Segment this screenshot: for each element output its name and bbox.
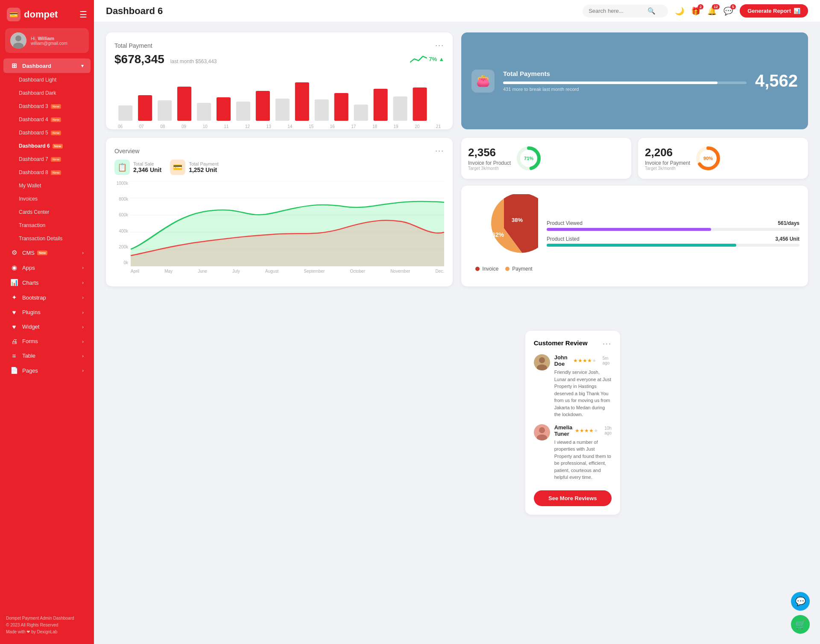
sidebar-item-dashboard-4[interactable]: Dashboard 4 New: [12, 113, 91, 126]
review-item-2: Amelia Tuner ★★★★★ 10h ago I viewed a nu…: [534, 424, 612, 481]
product-listed-row: Product Listed 3,456 Unit: [547, 236, 800, 242]
charts-icon: 📊: [10, 279, 18, 286]
svg-text:62%: 62%: [492, 231, 504, 238]
sidebar-item-cms[interactable]: ⚙ CMS New ›: [3, 245, 91, 260]
sidebar-item-label: Dashboard 7: [19, 156, 48, 162]
search-input[interactable]: [589, 8, 644, 14]
customer-review-card: Customer Review ··· John Doe ★★★★★ 5: [525, 331, 620, 515]
sidebar-item-dashboard-7[interactable]: Dashboard 7 New: [12, 153, 91, 166]
bell-badge: 12: [712, 4, 720, 9]
user-greeting: Hi, William: [31, 36, 67, 41]
invoice-product-value: 2,356: [468, 146, 511, 159]
bar-chart-svg: [114, 70, 444, 121]
content-grid: Total Payment ··· $678,345 last month $5…: [94, 22, 820, 314]
sidebar-item-transaction-details[interactable]: Transaction Details: [12, 232, 91, 245]
user-card[interactable]: Hi, William william@gmail.com: [5, 28, 89, 53]
review-text-2: I viewed a number of properties with Jus…: [554, 439, 612, 481]
footer-copy: © 2023 All Rights Reserved: [6, 622, 88, 629]
svg-point-1: [15, 35, 21, 41]
see-more-button[interactable]: See More Reviews: [534, 490, 612, 506]
chevron-down-icon: ▾: [81, 63, 84, 69]
sidebar-item-charts[interactable]: 📊 Charts ›: [3, 275, 91, 290]
trend-line-icon: [410, 55, 427, 63]
new-badge: New: [51, 117, 61, 122]
sidebar-item-label: Apps: [22, 265, 35, 271]
review-header: Customer Review ···: [534, 339, 612, 348]
cart-float-button[interactable]: 🛒: [791, 615, 810, 634]
svg-rect-4: [138, 95, 152, 121]
reviewer-stars-2: ★★★★★: [575, 428, 598, 434]
sidebar-item-forms[interactable]: 🖨 Forms ›: [3, 334, 91, 348]
chevron-right-icon: ›: [82, 250, 84, 255]
sidebar-item-bootstrap[interactable]: ✦ Bootstrap ›: [3, 290, 91, 305]
sidebar-item-transaction[interactable]: Transaction: [12, 219, 91, 232]
support-float-button[interactable]: 💬: [791, 592, 810, 611]
banner-sub: 431 more to break last month record: [503, 87, 747, 92]
pie-chart-svg: 62% 38%: [470, 194, 538, 262]
pie-chart-wrap: 62% 38% Invoice Payment: [470, 194, 538, 278]
sidebar-item-label: Table: [22, 353, 35, 359]
dashboard-icon: ⊞: [10, 62, 18, 70]
total-amount: $678,345: [114, 52, 164, 66]
overview-more-button[interactable]: ···: [435, 146, 444, 155]
dark-mode-button[interactable]: 🌙: [675, 6, 684, 16]
pie-legend: Invoice Payment: [470, 266, 538, 272]
overview-legend: 📋 Total Sale 2,346 Unit 💳 Total Payment …: [114, 160, 444, 175]
sidebar-item-dashboard-dark[interactable]: Dashboard Dark: [12, 87, 91, 99]
payment-legend: Payment: [505, 266, 532, 272]
sidebar-item-label: Plugins: [22, 309, 41, 315]
sidebar-item-table[interactable]: ≡ Table ›: [3, 349, 91, 363]
sidebar-header: 💳 dompet ☰: [0, 0, 94, 26]
sidebar-item-cards-center[interactable]: Cards Center: [12, 206, 91, 219]
sidebar-item-plugins[interactable]: ♥ Plugins ›: [3, 305, 91, 319]
floating-buttons: 💬 🛒: [791, 592, 810, 634]
chevron-right-icon: ›: [82, 295, 84, 300]
invoice-product-inner: 2,356 Invoice for Product Target 3k/mont…: [468, 146, 624, 171]
banner-number: 4,562: [755, 71, 798, 90]
bar-chart: 060708091011 121314151617 18192021: [114, 70, 444, 121]
sidebar-footer: Dompet Payment Admin Dashboard © 2023 Al…: [0, 611, 94, 637]
sidebar-item-dashboard-8[interactable]: Dashboard 8 New: [12, 166, 91, 179]
hamburger-button[interactable]: ☰: [79, 9, 87, 20]
svg-rect-11: [275, 99, 290, 121]
review-more-button[interactable]: ···: [603, 339, 612, 348]
amount-row: $678,345 last month $563,443 7% ▲: [114, 52, 444, 66]
chat-icon-button[interactable]: 💬 5: [723, 6, 733, 16]
gift-icon-button[interactable]: 🎁 2: [691, 6, 700, 16]
donut-percent: 90%: [703, 156, 713, 161]
table-icon: ≡: [10, 352, 18, 359]
sidebar-item-dashboard-3[interactable]: Dashboard 3 New: [12, 100, 91, 113]
gift-badge: 2: [698, 4, 703, 9]
svg-rect-3: [118, 105, 132, 121]
sidebar-item-pages[interactable]: 📄 Pages ›: [3, 363, 91, 378]
svg-rect-17: [393, 96, 407, 121]
sidebar-item-dashboard[interactable]: ⊞ Dashboard ▾: [3, 58, 91, 73]
pie-product-card: 62% 38% Invoice Payment: [461, 186, 808, 286]
sidebar-item-dashboard-light[interactable]: Dashboard Light: [12, 73, 91, 86]
sidebar-item-dashboard-6[interactable]: Dashboard 6 New: [12, 140, 91, 152]
sidebar-item-dashboard-5[interactable]: Dashboard 5 New: [12, 126, 91, 139]
sidebar-item-label: Cards Center: [19, 209, 49, 215]
sidebar-item-invoices[interactable]: Invoices: [12, 192, 91, 205]
total-payment-label: Total Payment: [114, 42, 152, 49]
sidebar-item-widget[interactable]: ♥ Widget ›: [3, 320, 91, 334]
sidebar-item-label: My Wallet: [19, 183, 41, 189]
bell-icon-button[interactable]: 🔔 12: [707, 6, 717, 16]
review-item-1: John Doe ★★★★★ 5m ago Friendly service J…: [534, 354, 612, 418]
sale-info: Total Sale 2,346 Unit: [133, 161, 161, 173]
sidebar-item-label: Dashboard: [22, 63, 51, 69]
dashboard-submenu: Dashboard Light Dashboard Dark Dashboard…: [0, 73, 94, 245]
svg-rect-5: [158, 100, 172, 121]
review-time-1: 5m ago: [603, 356, 612, 365]
more-options-button[interactable]: ···: [435, 41, 444, 50]
sidebar-item-label: Dashboard 8: [19, 169, 48, 175]
legend-total-sale: 📋 Total Sale 2,346 Unit: [114, 160, 161, 175]
sidebar-item-my-wallet[interactable]: My Wallet: [12, 179, 91, 192]
product-listed-label: Product Listed: [547, 236, 580, 242]
invoice-payment-inner: 2,206 Invoice for Payment Target 3k/mont…: [645, 146, 801, 171]
generate-report-button[interactable]: Generate Report 📊: [740, 4, 808, 17]
reviewer-avatar-1: [534, 354, 550, 370]
sidebar-item-apps[interactable]: ◉ Apps ›: [3, 260, 91, 275]
bootstrap-icon: ✦: [10, 294, 18, 301]
footer-made: Made with ❤ by DexignLab: [6, 629, 88, 635]
